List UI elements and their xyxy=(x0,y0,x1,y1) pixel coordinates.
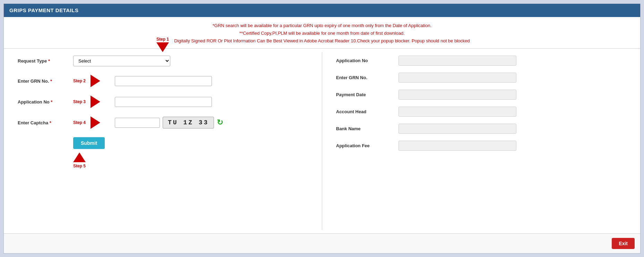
right-bank-name-input xyxy=(398,124,516,134)
captcha-image: TU 1Z 33 xyxy=(163,117,214,128)
step5-container: Step 5 xyxy=(73,151,86,168)
notice-line1: *GRN search will be available for a part… xyxy=(11,22,633,30)
notice-line3: Digitally Signed ROR Or Plot Information… xyxy=(11,37,633,45)
grn-input[interactable] xyxy=(115,76,212,86)
request-type-select[interactable]: Select xyxy=(73,56,170,66)
notice-line2: **Certified Copy,PI,PLM will be availabl… xyxy=(11,30,633,37)
application-no-input-wrapper xyxy=(115,97,311,107)
step4-label: Step 4 xyxy=(73,120,86,125)
step2-arrow xyxy=(91,75,100,87)
footer-bar: Exit xyxy=(4,233,640,253)
right-payment-date-label: Payment Date xyxy=(336,92,398,97)
submit-area: Submit Step 5 xyxy=(18,137,311,168)
exit-button[interactable]: Exit xyxy=(612,238,635,249)
grn-label: Enter GRN No. * xyxy=(18,78,73,84)
right-application-no-label: Application No xyxy=(336,58,398,63)
captcha-input-wrapper: TU 1Z 33 ↻ xyxy=(115,117,311,128)
step4-arrow xyxy=(91,116,100,129)
right-application-fee-label: Application Fee xyxy=(336,143,398,148)
application-no-label: Application No * xyxy=(18,99,73,105)
step3-container: Step 3 xyxy=(73,96,115,108)
request-type-label: Request Type * xyxy=(18,58,73,64)
left-panel: Step 1 Request Type * Select xyxy=(4,52,322,230)
step1-label: Step 1 xyxy=(156,37,169,42)
request-type-control: Select xyxy=(73,56,311,66)
captcha-input[interactable] xyxy=(115,118,160,128)
submit-button[interactable]: Submit xyxy=(73,137,105,149)
refresh-captcha-icon[interactable]: ↻ xyxy=(217,118,223,127)
right-account-head-label: Account Head xyxy=(336,109,398,114)
step3-label: Step 3 xyxy=(73,99,86,104)
right-application-no-input xyxy=(398,56,516,66)
right-panel: Application No Enter GRN No. Payment Dat… xyxy=(322,52,640,230)
step1-down-arrow xyxy=(156,42,169,52)
right-grn-label: Enter GRN No. xyxy=(336,75,398,80)
step5-label: Step 5 xyxy=(73,164,86,168)
captcha-label: Enter Captcha * xyxy=(18,120,73,125)
step3-arrow xyxy=(91,96,100,108)
grn-input-wrapper xyxy=(115,76,311,86)
page-header: GRIPS PAYMENT DETAILS xyxy=(4,4,640,17)
page-title: GRIPS PAYMENT DETAILS xyxy=(9,7,78,13)
application-no-input[interactable] xyxy=(115,97,212,107)
step2-label: Step 2 xyxy=(73,78,86,83)
step2-container: Step 2 xyxy=(73,75,115,87)
right-bank-name-label: Bank Name xyxy=(336,126,398,131)
right-account-head-input xyxy=(398,107,516,117)
right-application-fee-input xyxy=(398,141,516,151)
step5-up-arrow xyxy=(73,152,86,162)
right-grn-input xyxy=(398,73,516,83)
right-payment-date-input xyxy=(398,90,516,100)
notices-section: *GRN search will be available for a part… xyxy=(4,17,640,49)
step4-container: Step 4 xyxy=(73,116,115,129)
